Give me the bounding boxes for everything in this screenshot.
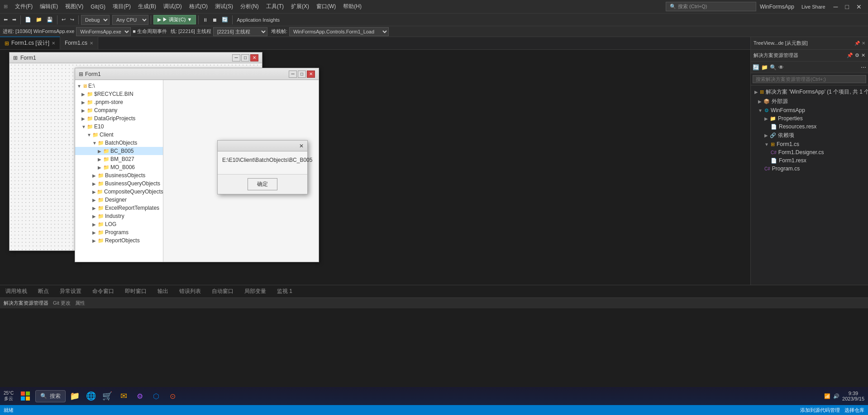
tree-batchobjects[interactable]: ▼ 📁 BatchObjects [75, 139, 163, 147]
taskbar-vscode[interactable]: ⬡ [149, 389, 163, 403]
treeview-tab-label[interactable]: TreeView...de [从元数据] [754, 40, 808, 47]
tree-root[interactable]: ▼ 🖥 E:\ [75, 82, 163, 90]
taskbar-ubuntu[interactable]: ⊙ [165, 389, 180, 403]
minimize-btn[interactable]: ─ [831, 3, 841, 10]
toolbar-open[interactable]: 📁 [34, 16, 44, 24]
taskbar-vs[interactable]: ⚙ [133, 389, 147, 403]
toolbar-new[interactable]: 📄 [23, 16, 33, 24]
form1-maximize-btn[interactable]: □ [241, 54, 249, 61]
close-btn[interactable]: ✕ [854, 3, 864, 10]
volume-icon[interactable]: 🔊 [833, 393, 839, 399]
treeview-tab-pin[interactable]: 📌 [854, 41, 860, 46]
tree-designer[interactable]: ▶ 📁 Designer [75, 196, 163, 204]
menu-debug[interactable]: 调试(D) [160, 2, 186, 11]
se-resources[interactable]: 📄 Resources.resx [751, 123, 868, 131]
menu-tools[interactable]: 工具(T) [262, 2, 287, 11]
confirm-button[interactable]: 确定 [248, 178, 277, 190]
select-repo-label[interactable]: 选择仓库 [844, 407, 864, 414]
taskbar-search[interactable]: 🔍 搜索 [35, 390, 66, 402]
tree-programs[interactable]: ▶ 📁 Programs [75, 228, 163, 236]
tab-design[interactable]: ⊞ Form1.cs [设计] ✕ [0, 37, 60, 49]
se-search-input[interactable] [753, 75, 866, 83]
tree-mo-b006[interactable]: ▶ 📁 MO_B006 [75, 163, 163, 171]
panel-tab-immediate[interactable]: 即时窗口 [123, 287, 148, 296]
se-tb-folder[interactable]: 📁 [761, 64, 768, 71]
network-icon[interactable]: 📶 [824, 393, 830, 399]
process-dropdown[interactable]: WinFormsApp.exe [76, 27, 131, 36]
se-tb-more[interactable]: ⋯ [861, 64, 866, 71]
panel-tab-cmd[interactable]: 命令窗口 [91, 287, 116, 296]
menu-edit[interactable]: 编辑(E) [36, 2, 62, 11]
menu-extensions[interactable]: 扩展(X) [287, 2, 313, 11]
toolbar-undo[interactable]: ↩ [60, 16, 67, 24]
se-external-deps[interactable]: ▶ 📦 外部源 [751, 97, 868, 106]
tree-industry[interactable]: ▶ 📁 Industry [75, 212, 163, 220]
toolbar-save[interactable]: 💾 [45, 16, 55, 24]
se-settings-icon[interactable]: ⚙ [855, 52, 859, 58]
menu-test[interactable]: 测试(S) [211, 2, 237, 11]
menu-help[interactable]: 帮助(H) [339, 2, 365, 11]
msgbox-close-icon[interactable]: ✕ [299, 143, 304, 149]
stack-dropdown[interactable]: WinFormsApp.Controls.Form1_Load [289, 27, 389, 36]
cpu-config-dropdown[interactable]: Any CPU [112, 15, 148, 25]
se-programcs[interactable]: C# Program.cs [751, 165, 868, 173]
se-solution-root[interactable]: ▶ ⊞ 解决方案 'WinFormsApp' (1 个项目, 共 1 个) [751, 87, 868, 97]
taskbar-store[interactable]: 🛒 [100, 389, 114, 403]
thread-dropdown[interactable]: [22216] 主线程 [213, 27, 267, 36]
tab-code[interactable]: Form1.cs ✕ [60, 37, 98, 49]
se-bottom-git[interactable]: Git 更改 [53, 300, 71, 307]
menu-window[interactable]: 窗口(W) [313, 2, 339, 11]
add-source-label[interactable]: 添加到源代码管理 [800, 407, 840, 414]
panel-tab-locals[interactable]: 局部变量 [243, 287, 268, 296]
tree-excel[interactable]: ▶ 📁 ExcelReportTemplates [75, 204, 163, 212]
se-close-icon[interactable]: ✕ [861, 52, 865, 58]
menu-format[interactable]: 格式(O) [186, 2, 211, 11]
toolbar-back[interactable]: ⬅ [2, 16, 10, 24]
tree-log[interactable]: ▶ 📁 LOG [75, 220, 163, 228]
se-properties[interactable]: ▶ 📁 Properties [751, 114, 868, 123]
form1-minimize-btn[interactable]: ─ [232, 54, 240, 61]
tv-minimize-btn[interactable]: ─ [289, 71, 297, 78]
code-tab-close[interactable]: ✕ [90, 41, 93, 46]
tree-recycle[interactable]: ▶ 📁 $RECYCLE.BIN [75, 90, 163, 98]
form1-close-btn[interactable]: ✕ [250, 54, 258, 61]
tree-bqo[interactable]: ▶ 📁 BusinessQueryObjects [75, 179, 163, 188]
start-button[interactable] [17, 388, 33, 404]
se-pin-icon[interactable]: 📌 [847, 52, 853, 58]
menu-build[interactable]: 生成(B) [134, 2, 160, 11]
maximize-btn[interactable]: □ [843, 3, 852, 10]
tree-reportobjects[interactable]: ▶ 📁 ReportObjects [75, 236, 163, 245]
tree-company[interactable]: ▶ 📁 Company [75, 106, 163, 114]
tree-bc-b005[interactable]: ▶ 📁 BC_B005 [75, 147, 163, 155]
search-box[interactable]: 🔍 搜索 (Ctrl+Q) [666, 2, 756, 11]
panel-tab-callstack[interactable]: 调用堆栈 [4, 287, 29, 296]
se-form1resx[interactable]: 📄 Form1.resx [751, 156, 868, 165]
stop-btn[interactable]: ⏹ [210, 16, 219, 24]
treeview-tab-close[interactable]: ✕ [862, 41, 865, 46]
live-share[interactable]: Live Share [801, 4, 825, 9]
toolbar-redo[interactable]: ↪ [68, 16, 76, 24]
panel-tab-exceptions[interactable]: 异常设置 [58, 287, 83, 296]
menu-project[interactable]: 项目(P) [109, 2, 134, 11]
tree-bm-b027[interactable]: ▶ 📁 BM_B027 [75, 155, 163, 163]
panel-tab-watch1[interactable]: 监视 1 [275, 287, 294, 296]
menu-analyze[interactable]: 分析(N) [237, 2, 262, 11]
app-insights-label[interactable]: Application Insights [237, 17, 280, 23]
taskbar-edge[interactable]: 🌐 [84, 389, 98, 403]
menu-file[interactable]: 文件(F) [11, 2, 36, 11]
se-tb-preview[interactable]: 👁 [778, 64, 784, 71]
menu-view[interactable]: 视图(V) [62, 2, 87, 11]
debug-config-dropdown[interactable]: Debug [81, 15, 110, 25]
tree-e10[interactable]: ▼ 📁 E10 [75, 123, 163, 131]
design-tab-close[interactable]: ✕ [52, 41, 55, 46]
tree-client[interactable]: ▼ 📁 Client [75, 131, 163, 139]
taskbar-mail[interactable]: ✉ [116, 389, 131, 403]
tree-cqo[interactable]: ▶ 📁 CompositeQueryObjects [75, 188, 163, 196]
se-bottom-properties[interactable]: 属性 [75, 300, 85, 307]
panel-tab-breakpoints[interactable]: 断点 [36, 287, 51, 296]
tree-pnpm[interactable]: ▶ 📁 .pnpm-store [75, 98, 163, 106]
panel-tab-errors[interactable]: 错误列表 [177, 287, 203, 296]
se-bottom-solution[interactable]: 解决方案资源管理器 [4, 300, 48, 307]
tree-businessobjects[interactable]: ▶ 📁 BusinessObjects [75, 171, 163, 179]
tv-close-btn[interactable]: ✕ [307, 71, 315, 78]
